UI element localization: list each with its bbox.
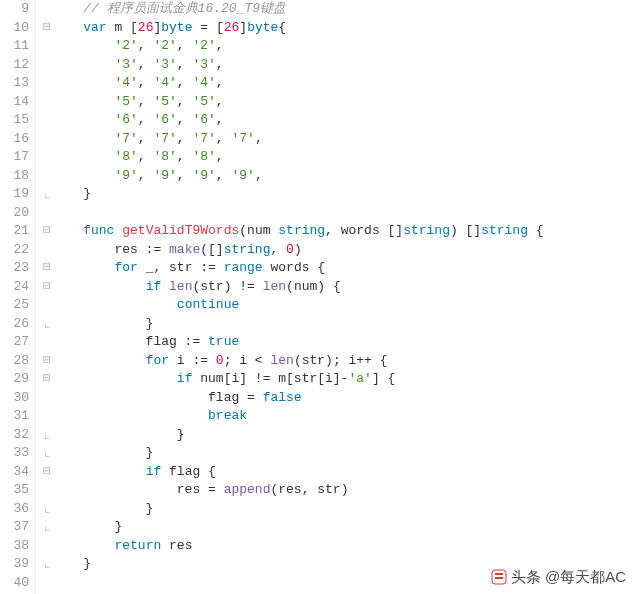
code-line: '6', '6', '6', [42, 111, 544, 130]
fold-marker: ⌞ [42, 185, 52, 204]
code-line: flag = false [42, 389, 544, 408]
fold-marker [42, 148, 52, 167]
line-number: 29 [0, 370, 29, 389]
line-number: 13 [0, 74, 29, 93]
code-line: ⊟ if len(str) != len(num) { [42, 278, 544, 297]
fold-marker [42, 389, 52, 408]
svg-rect-1 [495, 573, 503, 575]
fold-marker: ⌞ [42, 315, 52, 334]
watermark-label: 头条 [511, 568, 541, 587]
fold-marker [42, 537, 52, 556]
line-number: 36 [0, 500, 29, 519]
code-line: ⊟ if num[i] != m[str[i]-'a'] { [42, 370, 544, 389]
code-line: '4', '4', '4', [42, 74, 544, 93]
code-line: flag := true [42, 333, 544, 352]
fold-marker: ⌞ [42, 500, 52, 519]
code-line: ⊟ var m [26]byte = [26]byte{ [42, 19, 544, 38]
line-number: 30 [0, 389, 29, 408]
line-number: 24 [0, 278, 29, 297]
line-number: 9 [0, 0, 29, 19]
fold-marker[interactable]: ⊟ [42, 222, 52, 241]
fold-marker [42, 204, 52, 223]
line-number: 38 [0, 537, 29, 556]
code-line: '2', '2', '2', [42, 37, 544, 56]
code-line: ⊟ for i := 0; i < len(str); i++ { [42, 352, 544, 371]
fold-marker[interactable]: ⊟ [42, 352, 52, 371]
line-number: 31 [0, 407, 29, 426]
line-number: 10 [0, 19, 29, 38]
code-area: // 程序员面试金典16.20_T9键盘⊟ var m [26]byte = [… [36, 0, 544, 594]
code-line: '5', '5', '5', [42, 93, 544, 112]
line-number: 40 [0, 574, 29, 593]
fold-marker: ⌞ [42, 518, 52, 537]
code-line: break [42, 407, 544, 426]
code-line: ⌞ } [42, 315, 544, 334]
line-number: 12 [0, 56, 29, 75]
line-number: 21 [0, 222, 29, 241]
line-number: 33 [0, 444, 29, 463]
fold-marker [42, 37, 52, 56]
code-line: ⌞ } [42, 185, 544, 204]
fold-marker [42, 111, 52, 130]
fold-marker [42, 296, 52, 315]
code-line: ⊟ for _, str := range words { [42, 259, 544, 278]
code-line: res = append(res, str) [42, 481, 544, 500]
code-line: ⌞ } [42, 444, 544, 463]
line-number: 20 [0, 204, 29, 223]
line-number: 28 [0, 352, 29, 371]
fold-marker[interactable]: ⊟ [42, 259, 52, 278]
fold-marker[interactable]: ⊟ [42, 19, 52, 38]
line-number: 25 [0, 296, 29, 315]
fold-marker: ⌞ [42, 555, 52, 574]
watermark: 头条 @每天都AC [487, 566, 630, 589]
code-line: ⌞ } [42, 555, 544, 574]
fold-marker [42, 167, 52, 186]
fold-marker [42, 93, 52, 112]
code-line: continue [42, 296, 544, 315]
line-number: 11 [0, 37, 29, 56]
line-number: 17 [0, 148, 29, 167]
fold-marker [42, 333, 52, 352]
line-number: 39 [0, 555, 29, 574]
line-number: 19 [0, 185, 29, 204]
line-number: 23 [0, 259, 29, 278]
code-line: '8', '8', '8', [42, 148, 544, 167]
line-number: 14 [0, 93, 29, 112]
fold-marker [42, 74, 52, 93]
code-line: '7', '7', '7', '7', [42, 130, 544, 149]
code-line: ⊟ if flag { [42, 463, 544, 482]
fold-marker [42, 407, 52, 426]
toutiao-logo-icon [491, 569, 507, 585]
fold-marker[interactable]: ⊟ [42, 370, 52, 389]
watermark-handle: @每天都AC [545, 568, 626, 587]
line-number: 27 [0, 333, 29, 352]
fold-marker [42, 481, 52, 500]
fold-marker [42, 574, 52, 593]
fold-marker[interactable]: ⊟ [42, 278, 52, 297]
code-line: ⌞ } [42, 500, 544, 519]
line-number: 18 [0, 167, 29, 186]
fold-marker[interactable]: ⊟ [42, 463, 52, 482]
code-line: return res [42, 537, 544, 556]
line-number: 26 [0, 315, 29, 334]
code-line [42, 574, 544, 593]
line-number: 32 [0, 426, 29, 445]
code-line: // 程序员面试金典16.20_T9键盘 [42, 0, 544, 19]
fold-marker: ⌞ [42, 426, 52, 445]
fold-marker: ⌞ [42, 444, 52, 463]
line-number: 15 [0, 111, 29, 130]
code-line [42, 204, 544, 223]
fold-marker [42, 130, 52, 149]
line-number: 37 [0, 518, 29, 537]
line-number: 22 [0, 241, 29, 260]
svg-rect-2 [495, 577, 503, 579]
code-line: ⌞ } [42, 426, 544, 445]
code-line: ⌞ } [42, 518, 544, 537]
line-number: 16 [0, 130, 29, 149]
code-line: '3', '3', '3', [42, 56, 544, 75]
line-number: 34 [0, 463, 29, 482]
code-line: '9', '9', '9', '9', [42, 167, 544, 186]
fold-marker [42, 241, 52, 260]
code-line: ⊟ func getValidT9Words(num string, words… [42, 222, 544, 241]
code-line: res := make([]string, 0) [42, 241, 544, 260]
